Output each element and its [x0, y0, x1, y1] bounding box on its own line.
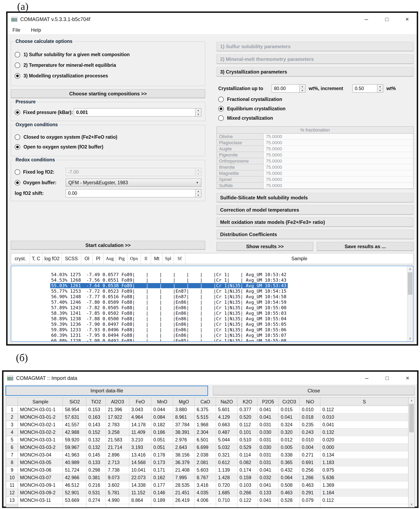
column-header[interactable]: P2O5 [257, 398, 279, 406]
radio-icon[interactable] [15, 62, 20, 68]
radio-icon[interactable] [15, 73, 20, 79]
row-number[interactable]: 9 [6, 466, 18, 474]
pressure-value[interactable]: 0.001 [74, 108, 195, 116]
radio-icon[interactable] [218, 106, 224, 112]
column-header[interactable]: FeO [129, 398, 151, 406]
results-column-header[interactable]: Ol [81, 253, 93, 264]
mineral-label[interactable]: Olivine [217, 134, 263, 140]
column-header[interactable]: MgO [173, 398, 195, 406]
log-fo2-shift-value[interactable]: 0.00 [66, 189, 195, 197]
table-row[interactable]: 1 MONCH-03-01-1 58.954 0.153 21.396 3.04… [6, 406, 408, 413]
row-number[interactable]: 1 [6, 406, 18, 413]
scroll-up-icon[interactable]: ∧ [409, 398, 414, 403]
crystallization-upto-value[interactable]: 80.00 [272, 84, 299, 92]
column-header[interactable]: Sample [18, 398, 63, 406]
table-row[interactable]: 9 MONCH-03-06 51.724 0.298 7.738 10.041 … [6, 466, 408, 474]
mineral-fraction-value[interactable]: 75.0000 [263, 176, 413, 182]
column-header[interactable]: TiO2 [86, 398, 106, 406]
radio-oxygen-option[interactable]: Closed to oxygen system (Fe2+/FeO ratio) [15, 133, 201, 141]
table-scrollbar[interactable]: ∧ ∨ [408, 398, 414, 507]
scroll-up-icon[interactable]: ∧ [407, 266, 413, 272]
row-number[interactable]: 6 [6, 444, 18, 451]
column-header[interactable]: SiO2 [63, 398, 86, 406]
spin-down-button[interactable]: ▼ [377, 89, 383, 92]
choose-compositions-button[interactable]: Choose starting compositions >> [11, 89, 205, 98]
table-row[interactable]: 12 MONCH-03-09-2 52.901 0.531 5.781 11.1… [6, 489, 408, 497]
row-number[interactable]: 5 [6, 436, 18, 444]
results-column-header[interactable]: Pl [93, 253, 104, 264]
results-column-header[interactable]: log fO2 [43, 253, 62, 264]
spin-down-button[interactable]: ▼ [300, 89, 305, 92]
column-header[interactable]: K2O [238, 398, 257, 406]
radio-icon[interactable] [15, 134, 20, 140]
menu-item[interactable]: Help [31, 27, 41, 33]
spin-down-button[interactable]: ▼ [195, 193, 201, 197]
scrollbar-thumb[interactable] [408, 272, 412, 295]
results-scrollbar[interactable]: ∧ ∨ [407, 266, 413, 341]
results-column-header[interactable]: Sf [174, 253, 185, 264]
row-number[interactable]: 2 [6, 413, 18, 421]
oxygen-buffer-select[interactable]: QFM - Myers&Eugster, 1983 ▼ [66, 179, 201, 187]
mineral-fraction-value[interactable]: 75.0000 [263, 134, 413, 140]
radio-icon[interactable] [15, 180, 20, 185]
spin-up-button[interactable]: ▲ [195, 189, 201, 193]
mineral-fraction-value[interactable]: 75.0000 [263, 164, 413, 170]
radio-calc-option[interactable]: 3) Modelling crystallization processes [15, 72, 201, 80]
mineral-fraction-value[interactable]: 75.0000 [263, 152, 413, 158]
radio-icon[interactable] [218, 97, 224, 102]
close-button[interactable]: × [404, 375, 411, 381]
import-data-file-button[interactable]: Import data-file [6, 386, 208, 395]
mineral-label[interactable]: Spinel [217, 176, 263, 182]
spin-up-button[interactable]: ▲ [377, 84, 383, 89]
spin-up-button[interactable]: ▲ [300, 84, 305, 89]
radio-crystallization-mode[interactable]: Equilibrium crystallization [218, 105, 413, 113]
close-button[interactable]: × [404, 16, 411, 22]
mineral-label[interactable]: Sulfide [217, 182, 263, 189]
minimize-button[interactable]: – [363, 16, 370, 22]
table-row[interactable]: 13 MONCH-03-11 53.669 0.274 4.990 8.864 … [6, 497, 408, 504]
start-calculation-button[interactable]: Start calculation >> [11, 241, 205, 250]
radio-icon[interactable] [15, 144, 20, 150]
results-column-header[interactable]: cryst. [11, 253, 30, 264]
radio-icon[interactable] [15, 52, 20, 57]
table-row[interactable]: 3 MONCH-03-02-1 41.557 0.143 2.783 14.17… [6, 421, 408, 429]
mineral-fraction-value[interactable]: 75.0000 [263, 140, 413, 146]
model-settings-button[interactable]: Correction of model temperatures [217, 205, 413, 215]
results-column-header[interactable]: Mt [151, 253, 163, 264]
results-column-header[interactable]: Pig [116, 253, 128, 264]
column-header[interactable]: Cr2O3 [279, 398, 300, 406]
spin-up-button[interactable]: ▲ [195, 108, 201, 113]
close-dialog-button[interactable]: Close [213, 386, 415, 395]
mineral-fraction-value[interactable]: 75.0000 [263, 170, 413, 176]
column-header[interactable]: NiO [300, 398, 320, 406]
column-header[interactable]: Al2O3 [106, 398, 129, 406]
mineral-label[interactable]: Ilmenite [217, 164, 263, 170]
radio-oxygen-buffer[interactable]: Oxygen buffer: [15, 180, 66, 185]
result-row[interactable]: 54.03% 1275 -7.49 0.0577 Fo89| | | | | |… [12, 267, 405, 273]
scroll-down-icon[interactable]: ∨ [407, 336, 413, 341]
table-row[interactable]: 6 MONCH-03-03-2 59.967 0.132 21.714 3.19… [6, 444, 408, 451]
minimize-button[interactable]: – [363, 375, 370, 381]
mineral-label[interactable]: Orthopyroxene [217, 158, 263, 164]
mineral-label[interactable]: Pigeonite [217, 152, 263, 158]
column-header[interactable]: Na2O [216, 398, 238, 406]
radio-oxygen-option[interactable]: Open to oxygen system (fO2 buffer) [15, 143, 201, 151]
model-settings-button[interactable]: Distribution Coefficients [217, 230, 413, 239]
mineral-label[interactable]: Magnetite [217, 170, 263, 176]
mineral-fraction-value[interactable]: 75.0000 [263, 158, 413, 164]
row-number[interactable]: 4 [6, 429, 18, 436]
radio-icon[interactable] [218, 115, 224, 121]
parameters-section-button[interactable]: 2) Mineral-melt thermometry parameters [217, 54, 413, 64]
maximize-button[interactable]: □ [383, 16, 390, 22]
table-row[interactable]: 2 MONCH-03-01-2 57.631 0.163 17.922 4.96… [6, 413, 408, 421]
results-column-header[interactable]: T, C [30, 253, 43, 264]
column-header[interactable]: S [320, 398, 408, 406]
model-settings-button[interactable]: Sulfide-Silicate Melt solubility models [217, 193, 413, 202]
model-settings-button[interactable]: Melt oxidation state models (Fe2+/Fe3+ r… [217, 218, 413, 227]
results-column-header[interactable]: Sample [185, 253, 413, 264]
row-number[interactable]: 13 [6, 497, 18, 504]
mineral-label[interactable]: Plagioclase [217, 140, 263, 146]
row-number[interactable]: 11 [6, 481, 18, 489]
radio-calc-option[interactable]: 2) Temperature for mineral-melt equilibr… [15, 61, 201, 69]
table-row[interactable]: 10 MONCH-03-07 42.966 0.381 9.073 22.073… [6, 474, 408, 481]
